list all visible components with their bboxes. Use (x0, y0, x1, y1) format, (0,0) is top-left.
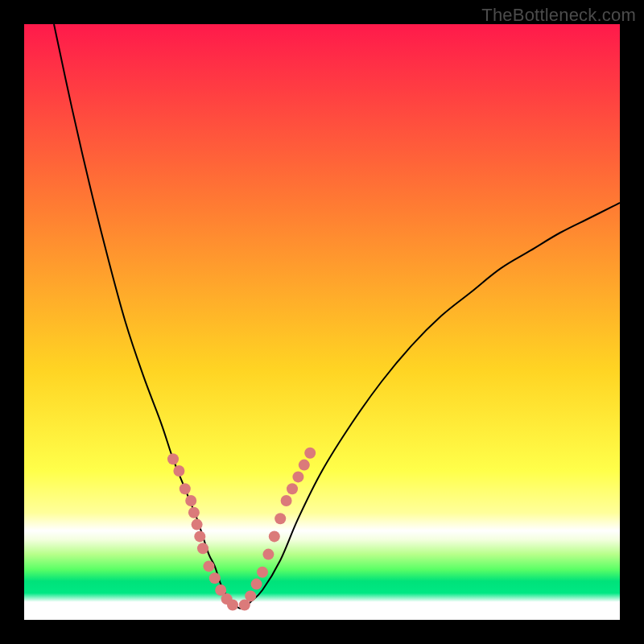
highlight-dot (292, 471, 303, 482)
highlight-dot (269, 530, 280, 542)
gradient-background (24, 24, 620, 620)
highlight-dot (167, 453, 179, 464)
highlight-dot (188, 507, 200, 518)
highlight-dot (281, 495, 292, 506)
highlight-dot (197, 543, 208, 554)
highlight-dot (287, 483, 298, 494)
highlight-dot (275, 513, 286, 524)
chart-svg (24, 24, 620, 620)
watermark-text: TheBottleneck.com (481, 5, 636, 26)
outer-black-frame: TheBottleneck.com (0, 0, 644, 644)
plot-area (24, 24, 620, 620)
highlight-dot (173, 465, 184, 477)
highlight-dot (180, 483, 191, 494)
highlight-dot (227, 600, 238, 611)
highlight-dot (299, 460, 310, 471)
highlight-dot (245, 590, 256, 601)
highlight-dot (251, 579, 262, 590)
highlight-dot (209, 572, 221, 584)
highlight-dot (185, 495, 196, 506)
highlight-dot (194, 530, 205, 542)
highlight-dot (192, 519, 203, 530)
highlight-dot (203, 560, 214, 572)
highlight-dot (304, 448, 316, 459)
highlight-dot (262, 549, 274, 560)
highlight-dot (257, 567, 268, 578)
